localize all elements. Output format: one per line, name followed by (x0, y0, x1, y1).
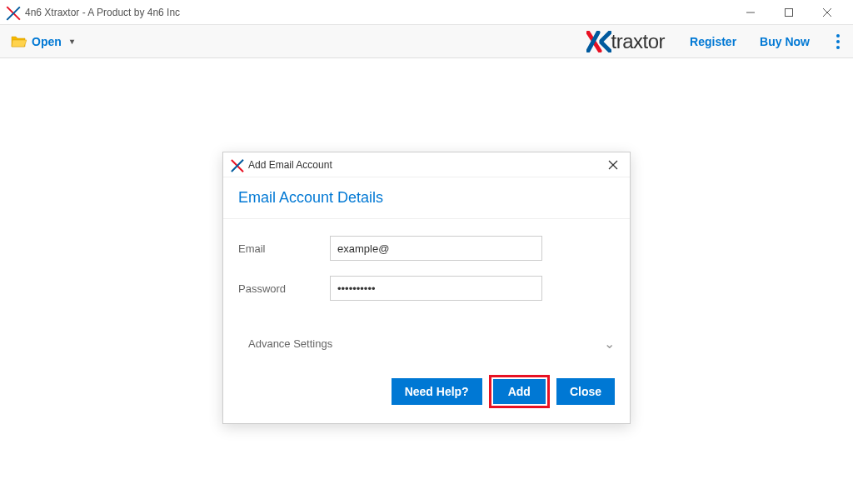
maximize-button[interactable] (770, 0, 808, 25)
brand-x-icon (586, 31, 611, 52)
advance-settings-label: Advance Settings (248, 337, 604, 350)
dialog-body: Email Password (223, 219, 630, 324)
open-label: Open (32, 35, 62, 48)
register-link[interactable]: Register (690, 35, 736, 48)
add-button[interactable]: Add (493, 379, 546, 404)
advance-settings-toggle[interactable]: Advance Settings ⌄ (223, 324, 630, 363)
email-label: Email (238, 242, 330, 255)
close-window-button[interactable] (808, 0, 846, 25)
add-button-highlight: Add (489, 375, 550, 408)
dropdown-arrow-icon: ▾ (70, 37, 74, 46)
password-field[interactable] (330, 276, 542, 301)
dialog-app-icon (232, 159, 243, 171)
dialog-window-title: Add Email Account (248, 159, 605, 171)
minimize-button[interactable] (731, 0, 770, 25)
open-button[interactable]: Open ▾ (10, 35, 74, 48)
window-title: 4n6 Xtraxtor - A Product by 4n6 Inc (25, 7, 731, 18)
password-row: Password (238, 276, 615, 301)
password-label: Password (238, 282, 330, 295)
email-row: Email (238, 236, 615, 261)
app-icon (7, 6, 20, 19)
more-menu-button[interactable] (833, 31, 843, 52)
brand-logo: traxtor (586, 30, 666, 53)
folder-icon (10, 35, 27, 48)
close-button[interactable]: Close (556, 378, 615, 405)
svg-rect-1 (786, 8, 793, 16)
titlebar: 4n6 Xtraxtor - A Product by 4n6 Inc (0, 0, 853, 25)
dialog-footer: Need Help? Add Close (223, 363, 630, 423)
toolbar: Open ▾ traxtor Register Buy Now (0, 25, 853, 58)
email-field[interactable] (330, 236, 542, 261)
need-help-button[interactable]: Need Help? (392, 378, 482, 405)
close-icon (608, 160, 618, 170)
dialog-header: Email Account Details (223, 177, 630, 219)
chevron-down-icon: ⌄ (604, 336, 615, 352)
window-controls (731, 0, 846, 25)
brand-text: traxtor (611, 30, 666, 53)
buy-now-link[interactable]: Buy Now (760, 35, 810, 48)
dialog-close-button[interactable] (605, 157, 621, 173)
dialog-titlebar: Add Email Account (223, 152, 630, 177)
add-email-account-dialog: Add Email Account Email Account Details … (222, 152, 631, 424)
